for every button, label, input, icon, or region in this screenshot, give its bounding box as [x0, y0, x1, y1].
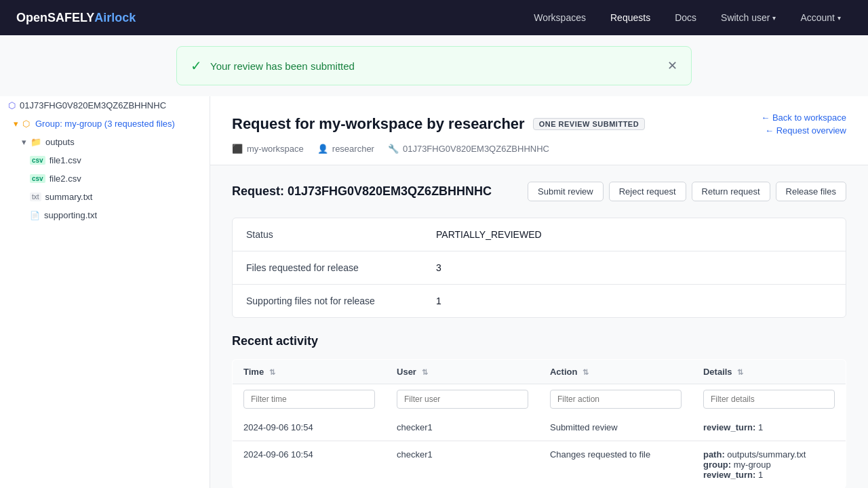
row1-details-val: 1 — [758, 422, 763, 432]
page-title-row: Request for my-workspace by researcher O… — [232, 113, 846, 136]
review-badge: ONE REVIEW SUBMITTED — [533, 118, 646, 130]
row2-path-label: path: — [703, 449, 725, 460]
page-title-text: Request for my-workspace by researcher — [232, 115, 525, 133]
filter-row — [233, 384, 846, 415]
navbar: OpenSAFELY Airlock Workspaces Requests D… — [0, 0, 868, 35]
col-details: Details ⇅ — [692, 360, 846, 384]
meta-researcher: 👤 researcher — [317, 144, 374, 154]
alert-close-button[interactable]: ✕ — [665, 56, 680, 76]
sidebar-file1-label: file1.csv — [50, 155, 81, 165]
return-request-button[interactable]: Return request — [692, 182, 770, 201]
csv-icon-2: csv — [30, 174, 45, 183]
user-icon: 👤 — [317, 144, 328, 154]
page-header: Request for my-workspace by researcher O… — [210, 96, 868, 165]
brand-open: OpenSAFELY — [16, 11, 94, 25]
id-icon: 🔧 — [388, 144, 399, 154]
table-header-row: Time ⇅ User ⇅ Action ⇅ — [233, 360, 846, 384]
request-heading: Request: 01J73FHG0V820EM3QZ6ZBHHNHC — [232, 184, 492, 199]
sidebar-request-id: 01J73FHG0V820EM3QZ6ZBHHNHC — [20, 100, 166, 110]
activity-section: Recent activity Time ⇅ User ⇅ — [232, 334, 846, 488]
meta-workspace: ⬛ my-workspace — [232, 144, 304, 154]
sidebar-item-outputs-folder[interactable]: ▾ 📁 outputs — [0, 133, 210, 151]
action-sort-icon[interactable]: ⇅ — [583, 368, 589, 376]
sidebar-folder-label: outputs — [45, 137, 75, 147]
nav-workspaces[interactable]: Workspaces — [523, 7, 597, 28]
table-row: 2024-09-06 10:54 checker1 Changes reques… — [233, 441, 846, 489]
action-buttons: Submit review Reject request Return requ… — [528, 182, 846, 201]
nav-requests[interactable]: Requests — [599, 7, 661, 28]
request-id-value: 01J73FHG0V820EM3QZ6ZBHHNHC — [403, 144, 549, 154]
request-overview-link[interactable]: ← Request overview — [765, 125, 846, 136]
time-sort-icon[interactable]: ⇅ — [269, 368, 275, 376]
sidebar-supporting-label: supporting.txt — [44, 210, 97, 220]
sidebar-item-supporting[interactable]: 📄 supporting.txt — [0, 206, 210, 224]
workspace-icon: ⬛ — [232, 144, 243, 154]
filter-action-input[interactable] — [550, 390, 682, 409]
row1-user: checker1 — [386, 414, 539, 441]
sidebar-group-link[interactable]: Group: my-group (3 requested files) — [35, 119, 175, 129]
reject-request-button[interactable]: Reject request — [609, 182, 686, 201]
success-icon: ✓ — [191, 58, 202, 74]
sidebar-item-file1[interactable]: csv file1.csv — [0, 151, 210, 169]
row1-time: 2024-09-06 10:54 — [233, 414, 387, 441]
filter-details-input[interactable] — [703, 390, 835, 409]
switch-user-label: Switch user — [721, 12, 770, 23]
csv-icon-1: csv — [30, 156, 45, 165]
alert-wrapper: ✓ Your review has been submitted ✕ — [0, 46, 868, 85]
back-links: ← Back to workspace ← Request overview — [761, 113, 846, 136]
supporting-label: Supporting files not for release — [246, 296, 436, 306]
row2-turn-val: 1 — [758, 470, 763, 480]
col-time: Time ⇅ — [233, 360, 387, 384]
sidebar-item-summary[interactable]: txt summary.txt — [0, 188, 210, 206]
filter-user-input[interactable] — [397, 390, 528, 409]
details-sort-icon[interactable]: ⇅ — [737, 368, 743, 376]
request-header: Request: 01J73FHG0V820EM3QZ6ZBHHNHC Subm… — [232, 182, 846, 201]
sidebar-file2-label: file2.csv — [50, 174, 81, 184]
status-label: Status — [246, 229, 436, 240]
nav-account[interactable]: Account ▾ — [789, 7, 852, 28]
row2-user: checker1 — [386, 441, 539, 489]
brand: OpenSAFELY Airlock — [16, 11, 136, 25]
request-icon: ⬡ — [8, 100, 16, 110]
nav-links: Workspaces Requests Docs Switch user ▾ A… — [523, 7, 852, 28]
brand-airlock: Airlock — [94, 11, 136, 25]
researcher-value: researcher — [332, 144, 374, 154]
nav-docs[interactable]: Docs — [664, 7, 707, 28]
sidebar-item-request[interactable]: ⬡ 01J73FHG0V820EM3QZ6ZBHHNHC — [0, 96, 210, 115]
page-title: Request for my-workspace by researcher O… — [232, 115, 645, 133]
col-action: Action ⇅ — [539, 360, 692, 384]
main-container: ⬡ 01J73FHG0V820EM3QZ6ZBHHNHC ▾ ⬡ Group: … — [0, 96, 868, 488]
submit-review-button[interactable]: Submit review — [528, 182, 604, 201]
release-files-button[interactable]: Release files — [776, 182, 846, 201]
back-to-workspace-link[interactable]: ← Back to workspace — [761, 113, 846, 123]
workspace-value: my-workspace — [247, 144, 304, 154]
filter-details-cell — [692, 384, 846, 415]
row2-group-val: my-group — [734, 460, 771, 470]
content-area: Request for my-workspace by researcher O… — [210, 96, 868, 488]
files-label: Files requested for release — [246, 262, 436, 273]
activity-title: Recent activity — [232, 334, 846, 348]
account-chevron-icon: ▾ — [837, 14, 841, 22]
status-row-files: Files requested for release 3 — [233, 251, 846, 285]
activity-table: Time ⇅ User ⇅ Action ⇅ — [232, 359, 846, 488]
request-detail: Request: 01J73FHG0V820EM3QZ6ZBHHNHC Subm… — [210, 165, 868, 488]
sidebar: ⬡ 01J73FHG0V820EM3QZ6ZBHHNHC ▾ ⬡ Group: … — [0, 96, 210, 488]
row2-action: Changes requested to file — [539, 441, 692, 489]
supporting-value: 1 — [436, 296, 441, 306]
user-sort-icon[interactable]: ⇅ — [422, 368, 428, 376]
col-user: User ⇅ — [386, 360, 539, 384]
status-row-supporting: Supporting files not for release 1 — [233, 285, 846, 317]
folder-icon: 📁 — [31, 137, 41, 147]
status-row-status: Status PARTIALLY_REVIEWED — [233, 218, 846, 251]
table-row: 2024-09-06 10:54 checker1 Submitted revi… — [233, 414, 846, 441]
row1-details-bold: review_turn: — [703, 422, 755, 432]
files-value: 3 — [436, 262, 441, 273]
meta-row: ⬛ my-workspace 👤 researcher 🔧 01J73FHG0V… — [232, 144, 846, 154]
sidebar-item-file2[interactable]: csv file2.csv — [0, 169, 210, 188]
filter-time-input[interactable] — [243, 390, 375, 409]
row2-group-label: group: — [703, 460, 731, 470]
nav-switch-user[interactable]: Switch user ▾ — [710, 7, 787, 28]
row2-turn-label: review_turn: — [703, 470, 755, 480]
sidebar-item-group[interactable]: ▾ ⬡ Group: my-group (3 requested files) — [0, 115, 210, 133]
switch-user-chevron-icon: ▾ — [772, 14, 776, 22]
